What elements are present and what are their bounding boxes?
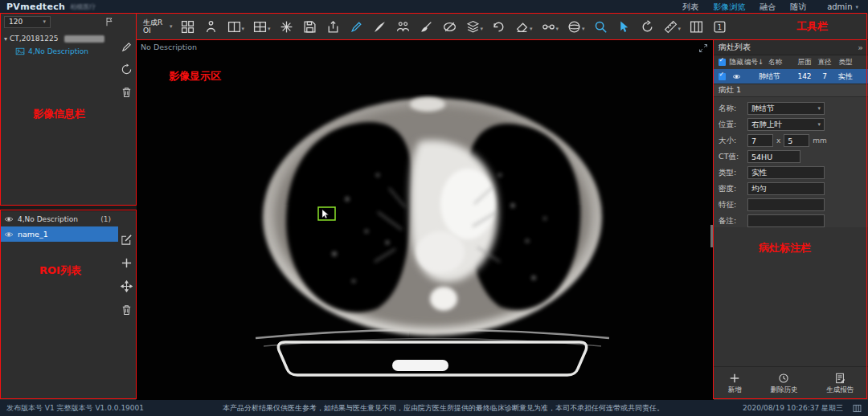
action-icon: [729, 373, 740, 384]
collapse-panel-icon[interactable]: [858, 43, 863, 53]
export-icon[interactable]: [326, 20, 341, 34]
eye-icon[interactable]: [4, 230, 14, 239]
study-panel-header: 120: [0, 14, 136, 30]
zoom-icon[interactable]: [594, 20, 608, 34]
toolbar: 生成ROI ▾ ▾: [137, 14, 868, 40]
size-unit-label: mm: [813, 137, 827, 145]
sync-icon[interactable]: [121, 63, 133, 75]
size-width-input[interactable]: [747, 134, 773, 147]
sphere-tool-icon[interactable]: ▾: [567, 20, 585, 34]
column-hide[interactable]: 隐藏: [728, 58, 744, 67]
type-field-label: 类型:: [719, 168, 744, 178]
multi-pane-icon[interactable]: ▾: [253, 20, 271, 34]
contour-people-icon[interactable]: [396, 20, 411, 34]
series-icon: [15, 47, 25, 56]
link-tool-icon[interactable]: ▾: [542, 20, 559, 34]
delete-history-button[interactable]: 删除历史: [770, 373, 797, 395]
window-level-icon[interactable]: [280, 20, 294, 34]
nav-item[interactable]: 融合: [760, 2, 776, 13]
add-roi-icon[interactable]: [121, 257, 133, 269]
patient-body-icon[interactable]: [204, 20, 219, 34]
size-separator: x: [776, 137, 780, 145]
layers-icon[interactable]: ▾: [466, 20, 484, 34]
feature-input[interactable]: [747, 198, 825, 211]
top-bar: PVmedtech 柏视医疗 列表 影像浏览 融合 随访 admin: [0, 0, 868, 14]
image-info-panel: 120 CT,20181225 4,No Description: [0, 14, 137, 206]
slice-count-select[interactable]: 120: [4, 16, 51, 28]
add-lesion-button[interactable]: 新增: [728, 373, 742, 395]
column-type[interactable]: 类型: [834, 58, 857, 67]
nav-item[interactable]: 列表: [682, 2, 698, 13]
study-node[interactable]: CT,20181225: [4, 32, 132, 45]
status-bar: 发布版本号 V1 完整版本号 V1.0.0.19001 本产品分析结果仅供医生参…: [0, 400, 868, 416]
edit-icon[interactable]: [121, 41, 133, 53]
roi-list-item[interactable]: name_1: [0, 226, 118, 242]
density-field-label: 密度:: [719, 184, 744, 194]
roi-item-label: name_1: [18, 230, 48, 239]
lesion-checkbox[interactable]: [719, 73, 726, 80]
smart-pen-icon[interactable]: [350, 20, 364, 34]
scalpel-icon[interactable]: [373, 20, 387, 34]
column-name[interactable]: 名称: [768, 58, 794, 67]
eraser-icon[interactable]: ▾: [515, 20, 533, 34]
single-pane-icon[interactable]: ▾: [227, 20, 245, 34]
ct-field-label: CT值:: [719, 152, 744, 162]
tree-expand-icon[interactable]: [4, 35, 7, 43]
measure-icon[interactable]: ▾: [664, 20, 682, 34]
select-all-checkbox[interactable]: [719, 59, 726, 66]
app-logo: PVmedtech: [6, 2, 65, 12]
note-input[interactable]: [747, 214, 825, 227]
disclaimer-text: 本产品分析结果仅供医生参考，如结果与医生意见不同，应由院方医生所提供的最终临床诊…: [154, 403, 733, 414]
density-input[interactable]: [747, 182, 825, 195]
rename-roi-icon[interactable]: [121, 234, 133, 246]
ct-image[interactable]: [137, 40, 714, 400]
roi-group-label: 4,No Description: [18, 215, 78, 223]
image-display-area[interactable]: No Description: [137, 40, 714, 400]
lesion-name-select[interactable]: 肺结节: [747, 102, 825, 115]
expand-icon[interactable]: [698, 43, 708, 53]
layout-toggle-icon[interactable]: [853, 404, 862, 413]
ct-value-input[interactable]: [747, 150, 800, 163]
save-icon[interactable]: [303, 20, 317, 34]
size-height-input[interactable]: [784, 134, 809, 147]
undo-icon[interactable]: [492, 20, 506, 34]
name-field-label: 名称:: [719, 104, 744, 114]
eye-icon[interactable]: [732, 72, 741, 81]
pointer-icon[interactable]: [617, 20, 632, 34]
multi-view-icon[interactable]: [690, 20, 704, 34]
roi-group-header[interactable]: 4,No Description (1): [0, 211, 136, 226]
trash-icon[interactable]: [121, 86, 133, 98]
generate-report-button[interactable]: 生成报告: [826, 373, 854, 395]
slice-number-icon[interactable]: [713, 20, 727, 34]
nav-item[interactable]: 随访: [790, 2, 806, 13]
lesion-name-cell: 肺结节: [744, 71, 794, 82]
study-tool-strip: [118, 41, 134, 98]
user-menu[interactable]: admin: [827, 2, 858, 11]
layout-grid-icon[interactable]: [181, 20, 195, 34]
column-number[interactable]: 编号↓: [744, 58, 768, 67]
app-logo-chinese: 柏视医疗: [70, 2, 96, 11]
brush-icon[interactable]: [420, 20, 434, 34]
tool-group: ▾ ▾ ▾ ▾: [181, 20, 728, 34]
delete-roi-icon[interactable]: [121, 304, 133, 316]
generate-roi-button[interactable]: 生成ROI: [143, 18, 173, 35]
action-icon: [834, 373, 845, 384]
column-slice[interactable]: 层面: [794, 58, 815, 67]
type-input[interactable]: [747, 166, 825, 179]
flag-icon[interactable]: [104, 17, 114, 27]
move-roi-icon[interactable]: [121, 280, 133, 292]
lesion-location-select[interactable]: 右肺上叶: [747, 118, 825, 131]
eye-icon[interactable]: [4, 214, 14, 224]
redacted-patient-name: [64, 35, 104, 43]
series-label: 4,No Description: [28, 47, 88, 55]
series-node[interactable]: 4,No Description: [4, 45, 132, 58]
action-icon: [778, 373, 789, 384]
nav-item[interactable]: 影像浏览: [713, 2, 745, 13]
slice-scrollbar-thumb[interactable]: [710, 225, 714, 247]
lesion-table-row[interactable]: 肺结节 142 7 实性: [714, 69, 868, 84]
rotate-icon[interactable]: [641, 20, 655, 34]
ellipse-tool-icon[interactable]: [443, 20, 457, 34]
lesion-actions-bar: 新增 删除历史 生成报告: [714, 366, 868, 400]
lesion-diameter-cell: 7: [815, 72, 834, 80]
column-diameter[interactable]: 直径: [815, 58, 834, 67]
